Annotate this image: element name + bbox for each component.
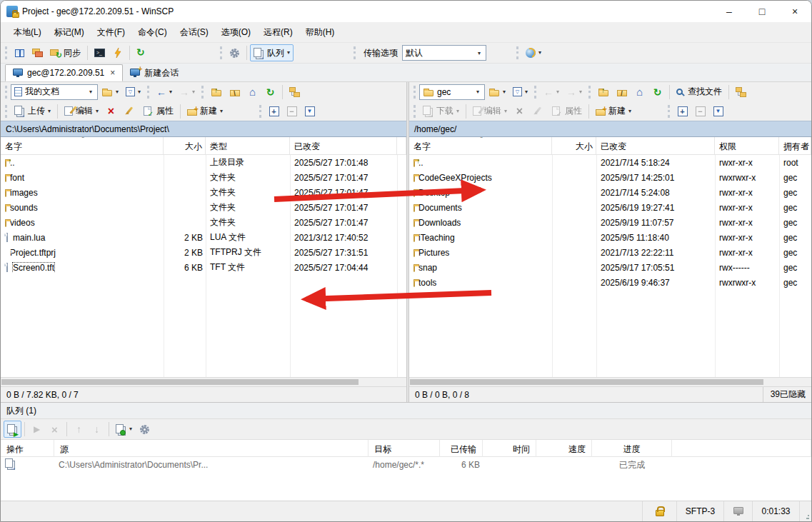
column-header-owner[interactable]: 拥有者 (779, 137, 811, 154)
hidden-files-count[interactable]: 39已隐藏 (763, 387, 806, 402)
toolbar-grip[interactable] (413, 86, 416, 99)
toolbar-grip[interactable] (516, 46, 519, 59)
find-files-button[interactable]: 查找文件 (673, 84, 726, 101)
queue-resume-button[interactable]: ▶ (28, 421, 46, 438)
file-row[interactable]: font 文件夹 2025/5/27 17:01:47 (1, 170, 406, 185)
menu-item[interactable]: 帮助(H) (300, 24, 341, 41)
close-button[interactable]: × (778, 1, 811, 22)
refresh-directory-button[interactable] (648, 84, 666, 101)
queue-column-transferred[interactable]: 已传输 (440, 440, 483, 459)
menu-item[interactable]: 会话(S) (174, 24, 214, 41)
forward-button[interactable]: →▾ (563, 84, 586, 101)
sync-browsing-button[interactable] (29, 44, 46, 61)
toolbar-grip[interactable] (668, 105, 671, 118)
directory-tree-button[interactable] (286, 84, 304, 101)
back-button[interactable]: ←▾ (153, 84, 176, 101)
remote-drive-combo[interactable]: gec ▾ (419, 84, 485, 100)
panel-plus-button[interactable]: + (265, 103, 283, 120)
file-row[interactable]: snap 2025/9/17 17:05:51 rwx------ gec (409, 260, 811, 275)
queue-toggle-button[interactable]: 队列▾ (250, 44, 294, 61)
menu-item[interactable]: 文件(F) (91, 24, 131, 41)
session-tab[interactable]: gec@172.20.209.51 × (5, 64, 123, 81)
home-directory-button[interactable] (631, 84, 648, 101)
queue-move-up-button[interactable]: ↑ (70, 421, 88, 438)
session-status-cell[interactable] (724, 501, 753, 521)
toolbar-grip[interactable] (413, 105, 416, 118)
horizontal-scrollbar[interactable] (409, 377, 811, 386)
file-row[interactable]: .. 上级目录 2025/5/27 17:01:48 (1, 155, 406, 170)
file-row[interactable]: .. 2021/7/14 5:18:24 rwxr-xr-x root (409, 155, 811, 170)
file-row[interactable]: Desktop 2021/7/14 5:24:08 rwxr-xr-x gec (409, 185, 811, 200)
column-header-modified[interactable]: 已改变 (596, 137, 715, 154)
panel-filter-button[interactable]: ▼ (301, 103, 319, 120)
edit-button[interactable]: 编辑▾ (61, 103, 102, 120)
file-row[interactable]: tools 2025/6/19 9:46:37 rwxrwxr-x gec (409, 275, 811, 290)
local-path-bar[interactable]: C:\Users\Administrator\Documents\Project… (1, 121, 406, 137)
file-row[interactable]: Screen0.tft 6 KB TFT 文件 2025/5/27 17:04:… (1, 260, 406, 275)
putty-button[interactable] (109, 44, 126, 61)
transfer-preset-combo[interactable]: 默认 ▾ (402, 45, 486, 61)
resize-grip[interactable] (800, 501, 811, 521)
update-button[interactable]: ▾ (522, 44, 545, 61)
toolbar-grip[interactable] (147, 86, 150, 99)
toolbar-grip[interactable] (588, 86, 591, 99)
queue-column-source[interactable]: 源 (54, 440, 369, 459)
new-button[interactable]: 新建▾ (592, 103, 635, 120)
menu-item[interactable]: 标记(M) (49, 24, 90, 41)
commander-layout-button[interactable] (11, 44, 29, 61)
toolbar-grip[interactable] (5, 86, 8, 99)
queue-cycle-button[interactable]: ▾ (112, 421, 136, 438)
menu-item[interactable]: 远程(R) (258, 24, 299, 41)
panel-filter-button[interactable]: ▼ (709, 103, 727, 120)
queue-column-progress[interactable]: 进度 (592, 440, 672, 459)
queue-show-button[interactable] (4, 421, 21, 438)
panel-minus-button[interactable]: − (691, 103, 709, 120)
local-drive-combo[interactable]: 我的文档 ▾ (11, 84, 98, 100)
file-row[interactable]: Pictures 2021/7/13 22:22:11 rwxr-xr-x ge… (409, 245, 811, 260)
file-row[interactable]: videos 文件夹 2025/5/27 17:01:47 (1, 215, 406, 230)
menu-item[interactable]: 选项(O) (216, 24, 256, 41)
back-button[interactable]: ←▾ (540, 84, 563, 101)
queue-column-speed[interactable]: 速度 (536, 440, 592, 459)
column-header-type[interactable]: 类型 (206, 137, 290, 154)
root-directory-button[interactable]: / (613, 84, 631, 101)
panel-minus-button[interactable]: − (283, 103, 301, 120)
root-directory-button[interactable]: \ (226, 84, 244, 101)
toolbar-grip[interactable] (259, 105, 262, 118)
file-row[interactable]: Downloads 2025/9/19 11:07:57 rwxr-xr-x g… (409, 215, 811, 230)
upload-button[interactable]: 上传▾ (11, 103, 54, 120)
maximize-button[interactable]: □ (746, 1, 778, 22)
open-directory-button[interactable]: ▾ (98, 84, 122, 101)
menu-item[interactable]: 命令(C) (132, 24, 173, 41)
file-row[interactable]: Project.tftprj 2 KB TFTPRJ 文件 2025/5/27 … (1, 245, 406, 260)
toolbar-grip[interactable] (534, 86, 537, 99)
menu-item[interactable]: 本地(L) (8, 24, 47, 41)
toolbar-grip[interactable] (354, 46, 356, 59)
file-row[interactable]: Documents 2025/6/19 19:27:41 rwxr-xr-x g… (409, 200, 811, 215)
column-header-name[interactable]: 名字ˆ (409, 137, 552, 154)
queue-preferences-button[interactable] (136, 421, 154, 438)
protocol-cell[interactable]: SFTP-3 (677, 501, 724, 521)
column-header-size[interactable]: 大小 (164, 137, 206, 154)
refresh-panels-button[interactable] (133, 44, 151, 61)
synchronize-button[interactable]: 同步 (46, 44, 84, 61)
file-row[interactable]: images 文件夹 2025/5/27 17:01:47 (1, 185, 406, 200)
queue-item-row[interactable]: C:\Users\Administrator\Documents\Pr... /… (1, 457, 811, 473)
parent-directory-button[interactable] (594, 84, 613, 101)
new-session-tab[interactable]: 新建会话 (123, 64, 186, 81)
file-row[interactable]: main.lua 2 KB LUA 文件 2021/3/12 17:40:52 (1, 230, 406, 245)
console-button[interactable] (91, 44, 109, 61)
toolbar-grip[interactable] (220, 46, 223, 59)
scrollbar-thumb[interactable] (1, 379, 359, 385)
file-row[interactable]: iTeaching 2025/9/5 11:18:40 rwxr-xr-x ge… (409, 230, 811, 245)
forward-button[interactable]: →▾ (176, 84, 199, 101)
rename-button[interactable] (528, 103, 546, 120)
duration-cell[interactable]: 0:01:33 (753, 501, 800, 521)
filter-button[interactable]: ▾ (509, 84, 531, 101)
queue-column-target[interactable]: 目标 (369, 440, 440, 459)
file-row[interactable]: sounds 文件夹 2025/5/27 17:01:47 (1, 200, 406, 215)
delete-button[interactable]: × (511, 103, 528, 120)
encryption-cell[interactable] (643, 501, 677, 521)
file-row[interactable]: CodeGeeXProjects 2025/9/17 14:25:01 rwxr… (409, 170, 811, 185)
toolbar-grip[interactable] (201, 86, 204, 99)
